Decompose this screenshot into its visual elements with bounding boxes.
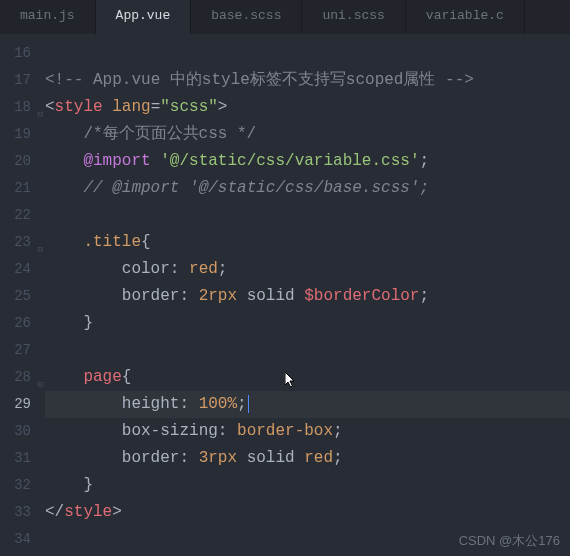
code-line	[45, 40, 570, 67]
tab-app-vue[interactable]: App.vue	[96, 0, 192, 34]
code-line: }	[45, 472, 570, 499]
code-line	[45, 202, 570, 229]
code-line: }	[45, 310, 570, 337]
code-line: height: 100%;	[45, 391, 570, 418]
code-line: // @import '@/static/css/base.scss';	[45, 175, 570, 202]
code-line: <style lang="scss">	[45, 94, 570, 121]
tab-variable[interactable]: variable.c	[406, 0, 525, 34]
text-cursor	[248, 395, 249, 413]
code-area[interactable]: <!-- App.vue 中的style标签不支持写scoped属性 --> <…	[45, 34, 570, 553]
tab-uni-scss[interactable]: uni.scss	[302, 0, 405, 34]
code-line: .title{	[45, 229, 570, 256]
code-line: /*每个页面公共css */	[45, 121, 570, 148]
code-line: page{	[45, 364, 570, 391]
code-line: box-sizing: border-box;	[45, 418, 570, 445]
code-line: </style>	[45, 499, 570, 526]
code-line: color: red;	[45, 256, 570, 283]
line-gutter: 161718⊟1920212223⊟2425262728⊟29303132333…	[0, 34, 45, 553]
code-line: <!-- App.vue 中的style标签不支持写scoped属性 -->	[45, 67, 570, 94]
code-editor[interactable]: 161718⊟1920212223⊟2425262728⊟29303132333…	[0, 34, 570, 553]
code-line: @import '@/static/css/variable.css';	[45, 148, 570, 175]
tab-base-scss[interactable]: base.scss	[191, 0, 302, 34]
code-line: border: 3rpx solid red;	[45, 445, 570, 472]
code-line	[45, 337, 570, 364]
tab-bar: main.js App.vue base.scss uni.scss varia…	[0, 0, 570, 34]
tab-main-js[interactable]: main.js	[0, 0, 96, 34]
watermark: CSDN @木公176	[459, 532, 560, 550]
code-line: border: 2rpx solid $borderColor;	[45, 283, 570, 310]
